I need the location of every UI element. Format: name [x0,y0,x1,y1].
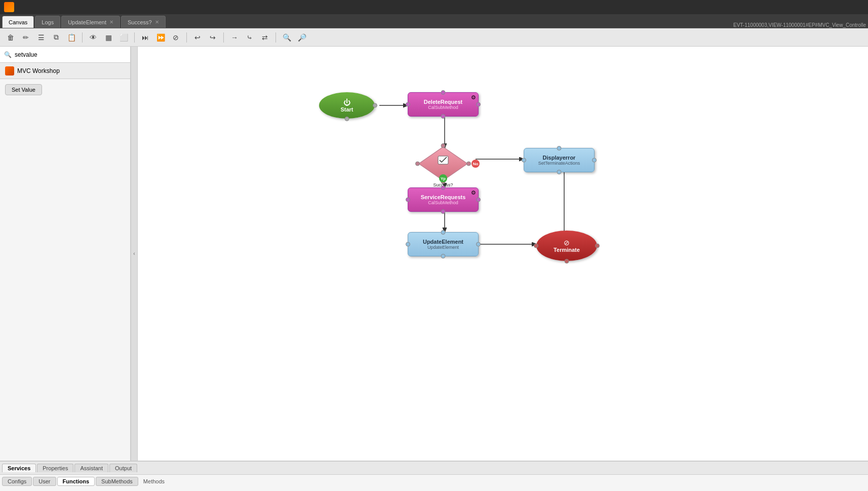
tab-update-element-close[interactable]: ✕ [109,19,113,25]
delete-request-sub: CalSubMethod [428,105,458,110]
tabbar: Canvas Logs UpdateElement ✕ Success? ✕ E… [0,14,868,28]
service-requests-title: ServiceRequests [421,194,466,200]
node-service-requests[interactable]: ⚙ ServiceRequests CalSubMethod [408,187,479,212]
start-dot-bottom [345,117,349,121]
copy-button[interactable]: ⧉ [50,31,63,44]
tab-update-element[interactable]: UpdateElement ✕ [61,16,120,28]
node-terminate[interactable]: ⊘ Terminate [536,231,597,261]
node-display-error[interactable]: Displayerror SetTerminateActions [524,148,595,172]
canvas-area[interactable]: ⏻ Start ⚙ DeleteRequest CalSubMethod [138,47,868,461]
undo-button[interactable]: ↩ [191,31,204,44]
update-element-dot-right [476,242,481,247]
set-value-button[interactable]: Set Value [5,84,42,95]
list-button[interactable]: ☰ [34,31,48,44]
search-icon: 🔍 [4,51,12,58]
terminate-dot-right [595,244,600,248]
service-requests-dot-top [441,185,446,190]
update-element-dot-left [406,242,410,247]
tab-logs[interactable]: Logs [35,16,60,28]
sidebar-content: Set Value [0,79,130,461]
arrow-button[interactable]: → [228,31,241,44]
stop-button[interactable]: ⊘ [169,31,182,44]
node-success-diamond[interactable]: Success? No Yp [413,146,474,181]
delete-request-dot-right [476,102,481,107]
bottom-tabs-row1: Services Properties Assistant Output [0,462,868,475]
no-badge: No [471,160,480,168]
delete-request-dot-bottom [441,114,446,119]
display-error-dot-right [592,158,597,163]
tab-canvas[interactable]: Canvas [2,16,34,28]
tab-configs[interactable]: Configs [2,477,32,486]
separator-2 [134,32,135,43]
terminate-label: Terminate [554,247,580,253]
tab-services[interactable]: Services [2,464,36,472]
update-element-sub: UpdateElement [427,245,459,250]
sidebar: 🔍 MVC Workshop Set Value [0,47,131,461]
service-requests-sub: CalSubMethod [428,200,458,205]
search-input[interactable] [15,51,126,58]
tab-assistant[interactable]: Assistant [74,464,108,472]
display-error-title: Displayerror [543,155,576,161]
update-element-title: UpdateElement [423,239,463,245]
export-button[interactable]: ⬜ [117,31,130,44]
skip-start-button[interactable]: ⏭ [139,31,152,44]
tab-success[interactable]: Success? ✕ [121,16,166,28]
update-element-dot-top [441,230,446,235]
workshop-label: MVC Workshop [17,67,60,74]
titlebar [0,0,868,14]
cycle-button[interactable]: ⇄ [258,31,271,44]
app-icon [4,2,14,12]
bottom-panel: Services Properties Assistant Output Con… [0,461,868,491]
terminate-icon: ⊘ [564,239,570,247]
diamond-dot-top [441,143,446,148]
separator-4 [223,32,224,43]
display-error-dot-top [557,146,562,150]
tab-canvas-label: Canvas [9,19,27,25]
diamond-dot-right [466,162,471,166]
delete-request-title: DeleteRequest [424,99,462,105]
tab-properties[interactable]: Properties [37,464,73,472]
collapse-handle[interactable]: ‹ [131,47,138,461]
flow-svg [138,47,868,461]
node-start[interactable]: ⏻ Start [319,92,375,119]
main-area: 🔍 MVC Workshop Set Value ‹ [0,47,868,461]
tab-output[interactable]: Output [109,464,137,472]
connector-button[interactable]: ⤷ [243,31,256,44]
tab-update-element-label: UpdateElement [68,19,106,25]
service-requests-dot-right [476,198,481,202]
node-delete-request[interactable]: ⚙ DeleteRequest CalSubMethod [408,92,479,117]
separator-1 [82,32,83,43]
workshop-icon [5,66,14,75]
edit-button[interactable]: ✏ [19,31,32,44]
terminate-dot-left [534,244,538,248]
workshop-item[interactable]: MVC Workshop [0,63,130,79]
separator-5 [275,32,276,43]
tab-user[interactable]: User [33,477,56,486]
diamond-dot-left [415,162,420,166]
terminate-dot-bottom [565,259,569,263]
node-update-element[interactable]: UpdateElement UpdateElement [408,232,479,256]
update-element-dot-bottom [441,254,446,258]
search-bar: 🔍 [0,47,130,63]
delete-request-dot-left [406,102,410,107]
zoom-out-button[interactable]: 🔎 [295,31,308,44]
toolbar: 🗑 ✏ ☰ ⧉ 📋 👁 ▦ ⬜ ⏭ ⏩ ⊘ ↩ ↪ → ⤷ ⇄ 🔍 🔎 [0,28,868,47]
start-dot-right [373,103,377,108]
tab-success-close[interactable]: ✕ [155,19,159,25]
skip-end-button[interactable]: ⏩ [154,31,167,44]
zoom-in-button[interactable]: 🔍 [280,31,293,44]
start-label: Start [340,106,353,112]
display-error-dot-bottom [557,170,562,174]
header-path: EVT-11000003,VIEW-11000001#EP#MVC_View_C… [733,22,866,28]
view-button[interactable]: 👁 [87,31,100,44]
delete-request-gear: ⚙ [471,94,476,101]
tab-functions[interactable]: Functions [57,477,95,486]
delete-request-dot-top [441,90,446,95]
display-error-sub: SetTerminateActions [538,161,580,166]
delete-button[interactable]: 🗑 [4,31,17,44]
tab-submethods[interactable]: SubMethods [96,477,138,486]
redo-button[interactable]: ↪ [206,31,219,44]
paste-button[interactable]: 📋 [65,31,78,44]
grid-button[interactable]: ▦ [102,31,115,44]
display-error-dot-left [522,158,526,163]
